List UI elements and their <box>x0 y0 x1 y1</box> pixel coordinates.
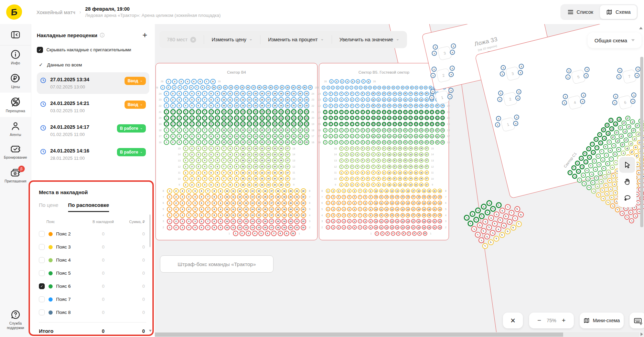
seat[interactable]: 15 <box>256 188 261 194</box>
seat[interactable]: 3 <box>176 121 182 127</box>
seat[interactable]: 9 <box>368 219 373 223</box>
seat[interactable]: 11 <box>379 219 384 223</box>
seat[interactable]: 9 <box>234 158 239 163</box>
seat[interactable]: 23 <box>304 134 309 139</box>
seat[interactable]: 18 <box>416 219 421 223</box>
seat[interactable]: 20 <box>425 110 429 114</box>
seat[interactable]: 11 <box>393 152 397 157</box>
seat[interactable]: 9 <box>215 109 220 115</box>
seat[interactable]: 13 <box>403 182 408 187</box>
seat[interactable]: 13 <box>243 219 249 224</box>
seat[interactable]: 11 <box>230 200 236 206</box>
seat[interactable]: 21 <box>430 104 434 108</box>
seat[interactable]: 5 <box>208 176 214 181</box>
seat[interactable]: 17 <box>425 170 429 175</box>
seat[interactable]: 9 <box>218 200 223 206</box>
seat[interactable]: 3 <box>334 134 338 138</box>
seat[interactable]: 8 <box>363 201 367 205</box>
seat[interactable]: 16 <box>262 225 268 230</box>
seat[interactable]: 7 <box>202 115 207 121</box>
seat[interactable]: 12 <box>253 176 258 181</box>
seat[interactable]: 17 <box>285 170 290 176</box>
seat[interactable]: 18 <box>257 85 262 90</box>
seat[interactable]: 1 <box>323 97 328 102</box>
seat[interactable]: 21 <box>430 140 434 145</box>
seat[interactable]: 14 <box>250 188 255 194</box>
seat[interactable]: 20 <box>425 140 429 145</box>
seat[interactable]: 16 <box>278 164 284 169</box>
seat[interactable]: 14 <box>408 165 413 169</box>
seat[interactable]: 6 <box>352 219 357 223</box>
seat[interactable]: 10 <box>240 152 246 157</box>
seat[interactable]: 17 <box>269 200 274 206</box>
seat[interactable]: 19 <box>405 86 409 89</box>
seat[interactable]: 10 <box>387 158 391 163</box>
seat[interactable]: 17 <box>411 213 416 218</box>
seat[interactable]: 7 <box>221 146 227 151</box>
seat[interactable]: 23 <box>304 103 309 108</box>
seat[interactable]: 5 <box>351 79 355 84</box>
seat[interactable]: 5 <box>344 116 349 120</box>
seat[interactable]: 6 <box>352 201 357 205</box>
seat[interactable]: 10 <box>371 134 376 138</box>
seat[interactable]: 7 <box>355 116 359 120</box>
seat[interactable]: 1 <box>167 188 172 194</box>
seat[interactable]: 7 <box>358 207 362 211</box>
seat[interactable]: 18 <box>416 189 421 193</box>
seat[interactable]: 16 <box>406 219 410 223</box>
seat[interactable]: 2 <box>497 90 504 96</box>
seat[interactable]: 7 <box>205 219 211 224</box>
seat[interactable]: 7 <box>205 212 211 218</box>
seat[interactable]: 16 <box>278 170 284 176</box>
seat[interactable]: 16 <box>419 146 423 151</box>
seat[interactable]: 2 <box>329 134 333 138</box>
seat[interactable]: 2 <box>170 139 176 145</box>
seat[interactable]: 16 <box>406 207 410 211</box>
seat[interactable]: 19 <box>281 225 287 230</box>
invoice-list-item[interactable]: 24.01.2025 14:1628.01.2025 11:00В работе… <box>37 144 149 165</box>
seat[interactable]: 7 <box>202 139 207 145</box>
seat[interactable]: 17 <box>269 194 274 200</box>
seat[interactable]: 15 <box>398 116 402 120</box>
seat[interactable]: 10 <box>224 200 230 206</box>
seat[interactable]: 15 <box>272 164 278 169</box>
seat[interactable]: 7 <box>355 134 359 138</box>
seat[interactable]: 6 <box>345 86 349 89</box>
seat[interactable]: 17 <box>408 128 413 133</box>
seat[interactable]: 1 <box>183 146 189 151</box>
seat[interactable]: 4 <box>186 188 192 194</box>
seat[interactable]: 7 <box>371 170 376 175</box>
seat[interactable]: 2 <box>189 164 195 169</box>
seat[interactable]: 10 <box>374 201 378 205</box>
seat[interactable]: 19 <box>422 207 426 211</box>
seat[interactable]: 14 <box>382 86 386 89</box>
seat[interactable]: 3 <box>350 152 354 157</box>
zoom-in-button[interactable]: + <box>561 317 566 324</box>
seat[interactable]: 2 <box>189 158 195 163</box>
seat[interactable]: 10 <box>387 170 391 175</box>
seat[interactable]: 6 <box>196 97 201 103</box>
seat[interactable]: 21 <box>432 201 437 205</box>
seat[interactable]: 12 <box>382 110 386 114</box>
seat[interactable]: 18 <box>272 115 278 121</box>
invoice-status-badge[interactable]: В работе⌄ <box>117 148 146 156</box>
seat[interactable]: 13 <box>240 115 246 121</box>
seat[interactable]: 17 <box>411 189 416 193</box>
seat[interactable]: 14 <box>395 225 399 230</box>
seat[interactable]: 15 <box>414 152 418 157</box>
seat[interactable]: 10 <box>387 146 391 151</box>
seat[interactable]: 19 <box>278 115 284 121</box>
seat[interactable]: 14 <box>247 134 252 139</box>
seat[interactable]: 9 <box>218 188 223 194</box>
seat[interactable]: 13 <box>387 140 391 145</box>
seat[interactable]: 20 <box>285 91 290 96</box>
horizontal-scrollbar-thumb[interactable] <box>155 333 563 337</box>
seat[interactable]: 4 <box>342 219 346 223</box>
seat[interactable]: 3 <box>172 85 176 90</box>
seat[interactable]: 9 <box>368 195 373 199</box>
seat[interactable]: 20 <box>425 92 429 96</box>
seat[interactable]: 2 <box>170 127 176 133</box>
seat[interactable]: 12 <box>398 170 402 175</box>
seat[interactable]: 17 <box>408 122 413 126</box>
seat[interactable]: 20 <box>288 207 293 212</box>
